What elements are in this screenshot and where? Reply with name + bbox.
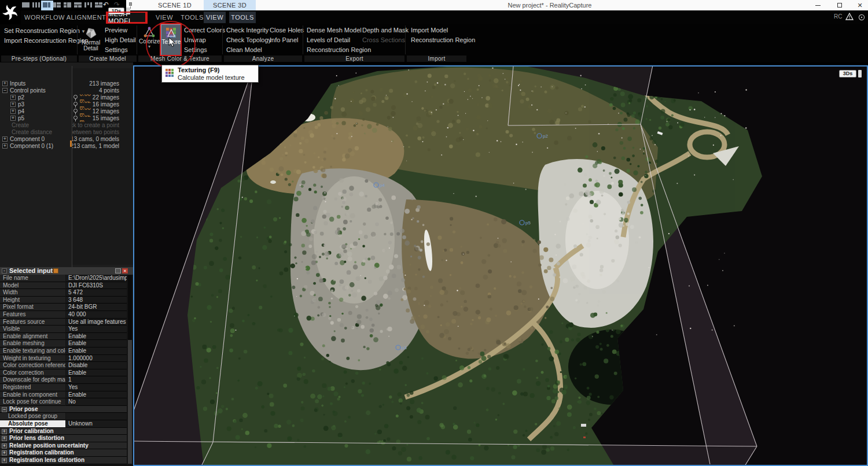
- property-row-relative-position-uncertainty[interactable]: +Relative position uncertainty: [0, 442, 127, 450]
- property-label: Weight in texturing: [0, 355, 65, 363]
- ribbon-item-info-panel[interactable]: Info Panel: [270, 36, 299, 43]
- layout-preset-icon-8[interactable]: [95, 2, 104, 9]
- panel-close-icon[interactable]: ✕: [122, 268, 128, 273]
- tree-row-p3[interactable]: +p30.02 m16 images: [0, 101, 133, 108]
- property-row-visible[interactable]: VisibleYes: [0, 326, 127, 333]
- tree-row-component-0[interactable]: +Component 03/213 cams, 0 models: [0, 136, 133, 143]
- ribbon-item-close-holes[interactable]: Close Holes: [270, 27, 304, 34]
- expand-icon[interactable]: +: [2, 458, 7, 463]
- collapse-icon[interactable]: −: [2, 407, 7, 412]
- property-row-enable-meshing[interactable]: Enable meshingEnable: [0, 340, 127, 347]
- expand-icon[interactable]: +: [10, 116, 16, 121]
- rc-status-label: RC: [834, 13, 842, 20]
- ribbon-item-levels-of-detail[interactable]: Levels of Detail: [307, 36, 350, 43]
- ribbon-item-high-detail[interactable]: High Detail: [105, 36, 136, 43]
- status-circle-icon[interactable]: [858, 13, 865, 23]
- property-row-prior-calibration[interactable]: +Prior calibration: [0, 428, 127, 435]
- warning-icon[interactable]: [845, 12, 854, 23]
- property-row-registered[interactable]: RegisteredYes: [0, 384, 127, 391]
- ribbon-item-dense-mesh-model[interactable]: Dense Mesh Model: [307, 27, 362, 34]
- normal-detail-button[interactable]: Normal Detail: [80, 24, 101, 56]
- ribbon-item-reconstruction-region[interactable]: Reconstruction Region: [411, 36, 475, 43]
- property-row-file-name[interactable]: File nameE:\Dron\2025\ardusimple...: [0, 275, 127, 282]
- expand-icon[interactable]: +: [10, 102, 16, 107]
- property-row-prior-pose[interactable]: −Prior pose: [0, 406, 127, 413]
- scene-3d-viewport[interactable]: p2p4p5p3: [133, 65, 868, 466]
- property-row-features[interactable]: Features40 000: [0, 311, 127, 319]
- property-row-features-source[interactable]: Features sourceUse all image features: [0, 319, 127, 326]
- expand-icon[interactable]: +: [2, 143, 8, 149]
- ribbon-item-check-topology[interactable]: Check Topology: [226, 36, 271, 43]
- tab-scene-1d[interactable]: SCENE 1D: [146, 0, 204, 10]
- tree-row-p5[interactable]: +p50.02 m15 images: [0, 115, 133, 122]
- ribbon-item-set-reconstruction-region[interactable]: Set Reconstruction Region▾: [4, 27, 84, 34]
- contextual-tab-view-0[interactable]: VIEW: [204, 12, 226, 23]
- property-row-enable-alignment[interactable]: Enable alignmentEnable: [0, 333, 127, 341]
- tree-row-component-0-1-[interactable]: +Component 0 (1)13/213 cams, 1 model: [0, 143, 133, 150]
- ribbon-item-preview[interactable]: Preview: [105, 27, 127, 34]
- property-row-lock-pose-for-continue[interactable]: Lock pose for continueNo: [0, 398, 127, 406]
- ribbon-item-check-integrity[interactable]: Check Integrity: [226, 27, 269, 34]
- ribbon-item-settings[interactable]: Settings: [105, 46, 128, 53]
- ribbon-tab-tools[interactable]: TOOLS: [179, 12, 205, 23]
- collapse-icon[interactable]: −: [2, 88, 8, 93]
- ribbon-tab-alignment[interactable]: ALIGNMENT: [67, 12, 105, 23]
- panel-detach-icon[interactable]: [115, 268, 121, 273]
- property-row-color-correction-reference[interactable]: Color correction referenceDisable: [0, 362, 127, 369]
- layout-preset-icon-1[interactable]: [22, 2, 31, 9]
- property-row-enable-texturing-and-colo-[interactable]: Enable texturing and colo...Enable: [0, 347, 127, 355]
- tree-row-p2[interactable]: +p20.00 m22 images: [0, 94, 133, 101]
- expand-icon[interactable]: +: [2, 443, 7, 449]
- ribbon-item-cross-sections[interactable]: Cross Sections: [362, 36, 405, 43]
- property-row-registration-calibration[interactable]: +Registration calibration: [0, 449, 127, 457]
- maximize-button[interactable]: [831, 0, 848, 10]
- tab-scene-3d[interactable]: SCENE 3D: [204, 0, 256, 10]
- property-value: Enable: [66, 369, 127, 377]
- tree-row-control-points[interactable]: −Control points4 points: [0, 87, 133, 94]
- property-row-downscale-for-depth-maps[interactable]: Downscale for depth maps1: [0, 376, 127, 384]
- ribbon-item-depth-and-mask[interactable]: Depth and Mask: [362, 27, 409, 34]
- property-row-absolute-pose[interactable]: Absolute poseUnknown: [0, 420, 127, 428]
- ribbon-item-clean-model[interactable]: Clean Model: [226, 46, 262, 53]
- layout-preset-icon-4[interactable]: [53, 2, 62, 9]
- tree-row-inputs[interactable]: +Inputs213 images: [0, 80, 133, 87]
- panel-collapse-icon[interactable]: -: [2, 268, 7, 273]
- property-row-model[interactable]: ModelDJI FC6310S: [0, 282, 127, 290]
- expand-icon[interactable]: +: [2, 450, 7, 456]
- layout-preset-icon-6[interactable]: [74, 2, 83, 9]
- layout-preset-icon-5[interactable]: [64, 2, 72, 9]
- close-button[interactable]: ✕: [852, 0, 868, 10]
- viewport-badge-scroll[interactable]: [858, 70, 862, 77]
- property-row-color-correction[interactable]: Color correctionEnable: [0, 369, 127, 377]
- property-row-registration-lens-distortion[interactable]: +Registration lens distortion: [0, 457, 127, 464]
- layout-preset-icon-3[interactable]: [43, 2, 52, 9]
- ribbon-item-import-model[interactable]: Import Model: [411, 27, 448, 34]
- expand-icon[interactable]: +: [10, 95, 16, 100]
- layout-preset-icon-2[interactable]: [32, 2, 41, 9]
- ribbon-group-label: Create Model: [79, 56, 137, 62]
- property-row-locked-pose-group[interactable]: Locked pose group: [0, 413, 127, 420]
- ribbon-tab-workflow[interactable]: WORKFLOW: [26, 12, 63, 23]
- layout-preset-icon-7[interactable]: [84, 2, 93, 9]
- expand-icon[interactable]: +: [2, 436, 7, 441]
- minimize-button[interactable]: [809, 0, 826, 10]
- property-row-enable-in-component[interactable]: Enable in componentEnable: [0, 391, 127, 399]
- property-row-width[interactable]: Width5 472: [0, 289, 127, 297]
- property-row-pixel-format[interactable]: Pixel format24-bit BGR: [0, 304, 127, 311]
- properties-scrollbar[interactable]: [128, 275, 132, 464]
- property-row-prior-lens-distortion[interactable]: +Prior lens distortion: [0, 435, 127, 442]
- tree-row-create[interactable]: CreateClick to create a point: [0, 122, 133, 129]
- ribbon-item-reconstruction-region[interactable]: Reconstruction Region: [307, 46, 371, 53]
- expand-icon[interactable]: +: [2, 136, 8, 142]
- contextual-tab-tools-1[interactable]: TOOLS: [229, 12, 256, 23]
- expand-icon[interactable]: +: [2, 81, 8, 86]
- expand-icon[interactable]: +: [10, 109, 16, 114]
- property-row-height[interactable]: Height3 648: [0, 297, 127, 304]
- property-row-weight-in-texturing[interactable]: Weight in texturing1.000000: [0, 355, 127, 363]
- expand-icon[interactable]: +: [2, 429, 7, 434]
- app-logo-icon[interactable]: [0, 0, 21, 24]
- tree-row-create-distance[interactable]: Create distance...nce between two points: [0, 129, 133, 136]
- ribbon-item-import-reconstruction-region[interactable]: Import Reconstruction Region: [4, 37, 89, 44]
- viewport-3d-badge[interactable]: 3Ds: [839, 70, 856, 77]
- tree-row-p4[interactable]: +p40.00 m12 images: [0, 108, 133, 115]
